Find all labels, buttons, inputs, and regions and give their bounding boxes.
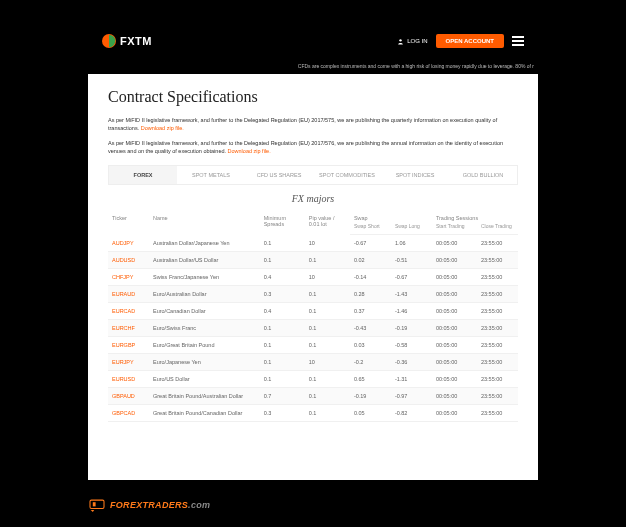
cell-close-trading: 23:55:00	[477, 252, 518, 269]
page-content: Contract Specifications As per MiFID II …	[88, 74, 538, 422]
cell-ticker[interactable]: AUDUSD	[108, 252, 149, 269]
cell-swap-short: 0.02	[350, 252, 391, 269]
cell-pip: 0.1	[305, 405, 350, 422]
cell-pip: 10	[305, 235, 350, 252]
menu-icon[interactable]	[512, 36, 524, 46]
cell-start-trading: 00:05:00	[432, 303, 477, 320]
cell-pip: 0.1	[305, 252, 350, 269]
cell-swap-long: -1.43	[391, 286, 432, 303]
cell-spread: 0.4	[260, 303, 305, 320]
col-trading: Trading Sessions	[432, 210, 518, 223]
desc-paragraph-1: As per MiFID II legislative framework, a…	[108, 116, 518, 133]
cell-pip: 0.1	[305, 286, 350, 303]
table-row: AUDUSDAustralian Dollar/US Dollar0.10.10…	[108, 252, 518, 269]
tab-spot-commodities[interactable]: SPOT COMMODITIES	[313, 166, 381, 184]
cell-spread: 0.1	[260, 337, 305, 354]
cell-ticker[interactable]: EURUSD	[108, 371, 149, 388]
tab-spot-indices[interactable]: SPOT INDICES	[381, 166, 449, 184]
tab-spot-metals[interactable]: SPOT METALS	[177, 166, 245, 184]
cell-pip: 0.1	[305, 337, 350, 354]
footer-brand-suffix: .com	[188, 500, 210, 510]
col-ticker: Ticker	[108, 210, 149, 235]
cell-name: Great Britain Pound/Canadian Dollar	[149, 405, 260, 422]
cell-ticker[interactable]: AUDJPY	[108, 235, 149, 252]
table-row: EURUSDEuro/US Dollar0.10.10.65-1.3100:05…	[108, 371, 518, 388]
fxtm-logo[interactable]: FXTM	[102, 34, 152, 48]
user-icon	[397, 38, 404, 45]
table-row: EURGBPEuro/Great Britain Pound0.10.10.03…	[108, 337, 518, 354]
cell-swap-long: 1.06	[391, 235, 432, 252]
cell-spread: 0.7	[260, 388, 305, 405]
app-viewport: FXTM LOG IN OPEN ACCOUNT CFDs are comple…	[88, 24, 538, 480]
cell-start-trading: 00:05:00	[432, 320, 477, 337]
cell-swap-long: -0.58	[391, 337, 432, 354]
cell-ticker[interactable]: EURAUD	[108, 286, 149, 303]
cell-pip: 0.1	[305, 371, 350, 388]
download-link-2[interactable]: Download zip file.	[228, 148, 271, 154]
cell-close-trading: 23:55:00	[477, 269, 518, 286]
cell-name: Great Britain Pound/Australian Dollar	[149, 388, 260, 405]
col-min-spreads: Minimum Spreads	[260, 210, 305, 235]
cell-swap-short: -0.67	[350, 235, 391, 252]
cell-swap-long: -0.51	[391, 252, 432, 269]
cell-swap-long: -1.31	[391, 371, 432, 388]
tab-forex[interactable]: FOREX	[109, 166, 177, 184]
header-actions: LOG IN OPEN ACCOUNT	[397, 34, 524, 48]
table-row: CHFJPYSwiss Franc/Japanese Yen0.410-0.14…	[108, 269, 518, 286]
cell-start-trading: 00:05:00	[432, 371, 477, 388]
cell-spread: 0.1	[260, 252, 305, 269]
cell-close-trading: 23:55:00	[477, 354, 518, 371]
download-link-1[interactable]: Download zip file.	[141, 125, 184, 131]
cell-spread: 0.1	[260, 320, 305, 337]
cell-name: Australian Dollar/US Dollar	[149, 252, 260, 269]
open-account-button[interactable]: OPEN ACCOUNT	[436, 34, 504, 48]
cell-start-trading: 00:05:00	[432, 252, 477, 269]
login-link[interactable]: LOG IN	[397, 38, 427, 45]
table-row: GBPCADGreat Britain Pound/Canadian Dolla…	[108, 405, 518, 422]
cell-swap-short: -0.2	[350, 354, 391, 371]
cell-name: Swiss Franc/Japanese Yen	[149, 269, 260, 286]
cell-swap-long: -0.19	[391, 320, 432, 337]
cell-ticker[interactable]: EURCAD	[108, 303, 149, 320]
brand-name: FXTM	[120, 35, 152, 47]
cell-name: Euro/Japanese Yen	[149, 354, 260, 371]
cell-swap-short: 0.65	[350, 371, 391, 388]
login-label: LOG IN	[407, 38, 427, 44]
table-row: EURCHFEuro/Swiss Franc0.10.1-0.43-0.1900…	[108, 320, 518, 337]
cell-close-trading: 23:55:00	[477, 388, 518, 405]
forextraders-icon	[88, 498, 106, 512]
cell-ticker[interactable]: EURGBP	[108, 337, 149, 354]
cell-ticker[interactable]: CHFJPY	[108, 269, 149, 286]
desc-paragraph-2: As per MiFID II legislative framework, a…	[108, 139, 518, 156]
cell-spread: 0.1	[260, 354, 305, 371]
cell-swap-short: 0.05	[350, 405, 391, 422]
cell-name: Euro/Swiss Franc	[149, 320, 260, 337]
cell-swap-short: 0.03	[350, 337, 391, 354]
cell-pip: 0.1	[305, 303, 350, 320]
col-swap: Swap	[350, 210, 432, 223]
cell-close-trading: 23:55:00	[477, 371, 518, 388]
tab-cfd-us-shares[interactable]: CFD US SHARES	[245, 166, 313, 184]
col-pip-value: Pip value / 0.01 lot	[305, 210, 350, 235]
cell-pip: 0.1	[305, 388, 350, 405]
cell-start-trading: 00:05:00	[432, 269, 477, 286]
cell-start-trading: 00:05:00	[432, 337, 477, 354]
risk-warning-text: CFDs are complex instruments and come wi…	[298, 63, 534, 69]
cell-ticker[interactable]: GBPCAD	[108, 405, 149, 422]
specs-table: Ticker Name Minimum Spreads Pip value / …	[108, 210, 518, 422]
cell-name: Euro/US Dollar	[149, 371, 260, 388]
cell-name: Euro/Great Britain Pound	[149, 337, 260, 354]
cell-ticker[interactable]: GBPAUD	[108, 388, 149, 405]
cell-name: Euro/Australian Dollar	[149, 286, 260, 303]
table-row: EURCADEuro/Canadian Dollar0.40.10.37-1.4…	[108, 303, 518, 320]
desc2-text: As per MiFID II legislative framework, a…	[108, 140, 503, 154]
table-row: EURJPYEuro/Japanese Yen0.110-0.2-0.3600:…	[108, 354, 518, 371]
cell-ticker[interactable]: EURJPY	[108, 354, 149, 371]
cell-swap-short: -0.43	[350, 320, 391, 337]
tab-gold-bullion[interactable]: GOLD BULLION	[449, 166, 517, 184]
cell-start-trading: 00:05:00	[432, 235, 477, 252]
cell-ticker[interactable]: EURCHF	[108, 320, 149, 337]
col-swap-short: Swap Short	[350, 223, 391, 235]
asset-tabs: FOREX SPOT METALS CFD US SHARES SPOT COM…	[108, 165, 518, 185]
svg-rect-3	[93, 502, 96, 506]
